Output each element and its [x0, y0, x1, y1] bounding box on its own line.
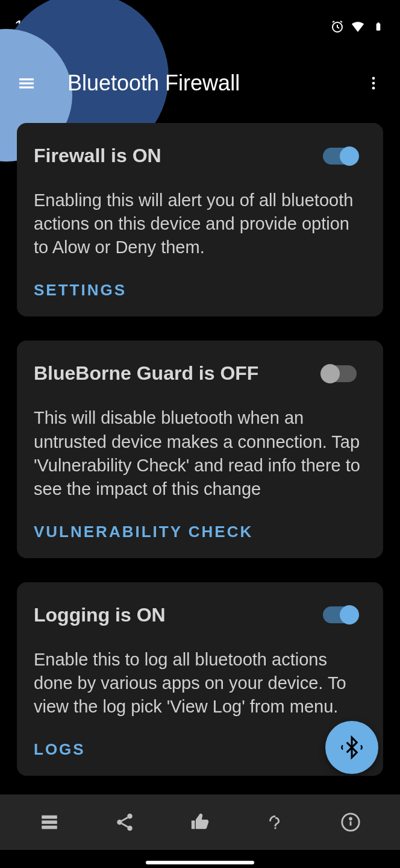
blueborne-toggle[interactable] [323, 365, 357, 382]
logging-title: Logging is ON [34, 604, 323, 626]
firewall-toggle[interactable] [323, 148, 357, 165]
settings-button[interactable]: SETTINGS [34, 281, 366, 300]
svg-point-9 [372, 82, 375, 85]
wifi-icon [351, 19, 365, 34]
svg-point-8 [372, 77, 375, 80]
nav-help-icon[interactable] [258, 805, 292, 839]
svg-point-15 [117, 820, 122, 825]
svg-rect-5 [19, 78, 34, 80]
blueborne-description: This will disable bluetooth when an untr… [34, 406, 366, 501]
alarm-icon [330, 19, 345, 34]
svg-point-19 [349, 818, 351, 820]
svg-point-14 [127, 814, 133, 819]
svg-rect-7 [19, 86, 34, 88]
firewall-card: Firewall is ON Enabling this will alert … [17, 123, 383, 316]
firewall-title: Firewall is ON [34, 145, 323, 167]
status-right [330, 19, 386, 34]
nav-thumbs-up-icon[interactable] [183, 805, 217, 839]
vulnerability-check-button[interactable]: VULNERABILITY CHECK [34, 523, 366, 541]
logs-button[interactable]: LOGS [34, 740, 366, 759]
navigation-handle[interactable] [146, 861, 254, 864]
bluetooth-fab[interactable] [325, 721, 378, 774]
svg-point-16 [127, 826, 133, 831]
nav-storage-icon[interactable] [33, 805, 66, 839]
app-title: Bluetooth Firewall [67, 71, 240, 96]
firewall-description: Enabling this will alert you of all blue… [34, 189, 366, 259]
logging-toggle[interactable] [323, 606, 357, 623]
svg-rect-11 [42, 816, 58, 819]
hamburger-menu-icon[interactable] [12, 69, 41, 98]
nav-info-icon[interactable] [334, 805, 367, 839]
nav-share-icon[interactable] [108, 805, 142, 839]
blueborne-title: BlueBorne Guard is OFF [34, 362, 323, 385]
battery-icon [371, 19, 386, 34]
app-bar: Bluetooth Firewall [0, 53, 400, 113]
svg-rect-3 [377, 24, 381, 31]
svg-rect-6 [19, 83, 34, 84]
svg-point-10 [372, 87, 375, 90]
more-menu-icon[interactable] [359, 69, 388, 98]
svg-rect-4 [378, 22, 380, 24]
logging-description: Enable this to log all bluetooth actions… [34, 648, 366, 719]
content-area: Firewall is ON Enabling this will alert … [0, 113, 400, 810]
svg-rect-13 [42, 826, 58, 829]
blueborne-card: BlueBorne Guard is OFF This will disable… [17, 341, 383, 558]
svg-rect-12 [42, 820, 58, 824]
